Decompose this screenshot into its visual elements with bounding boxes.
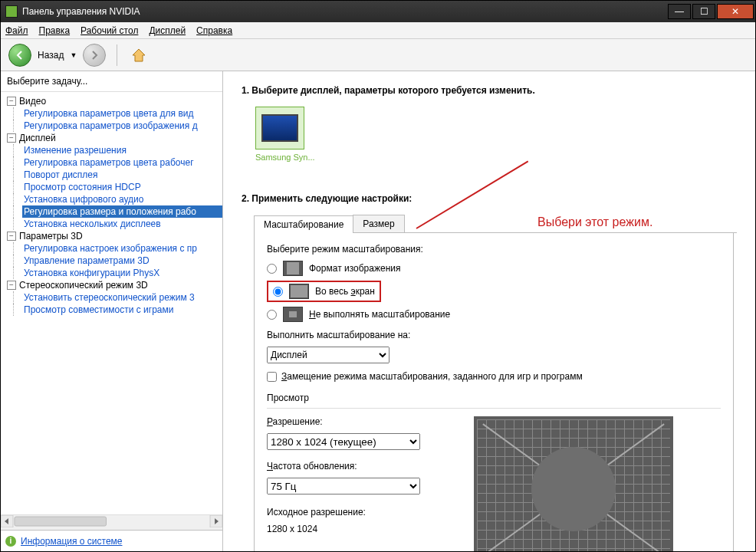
tree-item[interactable]: Просмотр состояния HDCP <box>22 181 222 193</box>
tree-item[interactable]: Регулировка настроек изображения с пр <box>22 242 222 255</box>
task-title: Выберите задачу... <box>1 71 222 92</box>
tree-group-3d[interactable]: −Параметры 3D <box>5 230 222 242</box>
horizontal-scrollbar[interactable] <box>1 514 222 530</box>
radio-aspect[interactable] <box>267 264 277 274</box>
task-tree: −Видео Регулировка параметров цвета для … <box>1 92 222 514</box>
tree-group-video[interactable]: −Видео <box>5 95 222 107</box>
scaling-mode-label: Выберите режим масштабирования: <box>267 244 721 255</box>
radio-full-label: Во весь экран <box>315 286 375 297</box>
close-button[interactable]: ✕ <box>717 4 754 19</box>
system-info-link[interactable]: Информация о системе <box>21 536 122 547</box>
tree-group-stereo[interactable]: −Стереоскопический режим 3D <box>5 279 222 291</box>
tab-strip: Масштабирование Размер <box>254 215 737 233</box>
content-pane: 1. Выберите дисплей, параметры которого … <box>223 71 755 551</box>
tree-item[interactable]: Установка нескольких дисплеев <box>22 218 222 230</box>
scaling-aspect-icon <box>283 261 303 276</box>
minimize-button[interactable]: — <box>668 4 691 19</box>
display-selector[interactable]: Samsung Syn... <box>255 107 315 162</box>
resolution-select[interactable]: 1280 x 1024 (текущее) <box>267 433 420 450</box>
radio-none-row: Не выполнять масштабирование <box>267 307 721 322</box>
tree-item[interactable]: Просмотр совместимости с играми <box>22 304 222 316</box>
tree-item-selected[interactable]: Регулировка размера и положения рабо <box>22 205 222 218</box>
menubar: Файл Правка Рабочий стол Дисплей Справка <box>1 22 755 39</box>
native-value: 1280 x 1024 <box>267 524 443 534</box>
tree-item[interactable]: Установка цифрового аудио <box>22 193 222 205</box>
maximize-button[interactable]: ☐ <box>692 4 715 19</box>
native-label: Исходное разрешение: <box>267 507 443 518</box>
tree-item[interactable]: Изменение разрешения <box>22 144 222 156</box>
toolbar: Назад ▼ <box>1 39 755 71</box>
info-icon: i <box>5 536 16 547</box>
scale-on-label: Выполнить масштабирование на: <box>267 330 721 340</box>
tab-size[interactable]: Размер <box>353 215 404 232</box>
forward-button[interactable] <box>83 44 106 67</box>
home-button[interactable] <box>128 44 150 66</box>
override-label: Замещение режима масштабирования, заданн… <box>281 371 583 382</box>
scale-on-select[interactable]: Дисплей <box>267 347 390 363</box>
menu-desktop[interactable]: Рабочий стол <box>81 25 138 36</box>
preview-pane <box>474 416 673 551</box>
refresh-select[interactable]: 75 Гц <box>267 478 420 495</box>
app-window: Панель управления NVIDIA — ☐ ✕ Файл Прав… <box>0 0 756 552</box>
resolution-label: Разрешение: <box>267 416 443 427</box>
menu-edit[interactable]: Правка <box>39 25 71 36</box>
nvidia-icon <box>5 5 18 18</box>
radio-none[interactable] <box>267 310 277 320</box>
tree-item[interactable]: Установить стереоскопический режим 3 <box>22 291 222 304</box>
tree-item[interactable]: Поворот дисплея <box>22 169 222 181</box>
back-dropdown[interactable]: ▼ <box>70 51 77 59</box>
scaling-none-icon <box>283 307 303 322</box>
radio-none-label: Не выполнять масштабирование <box>309 309 450 320</box>
monitor-label: Samsung Syn... <box>255 153 315 162</box>
svg-rect-2 <box>15 517 107 526</box>
override-checkbox[interactable] <box>267 372 277 382</box>
titlebar: Панель управления NVIDIA — ☐ ✕ <box>1 1 755 22</box>
window-title: Панель управления NVIDIA <box>22 6 140 17</box>
radio-aspect-row: Формат изображения <box>267 261 721 276</box>
radio-full-row: Во весь экран <box>267 281 721 302</box>
scaling-full-icon <box>289 284 309 299</box>
tab-body-scaling: Выберите режим масштабирования: Формат и… <box>254 233 734 551</box>
step2-title: 2. Применить следующие настройки: <box>242 193 737 204</box>
menu-display[interactable]: Дисплей <box>149 25 186 36</box>
radio-aspect-label: Формат изображения <box>309 263 400 274</box>
refresh-label: Частота обновления: <box>267 461 443 472</box>
menu-help[interactable]: Справка <box>196 25 232 36</box>
sidebar: Выберите задачу... −Видео Регулировка па… <box>1 71 223 551</box>
tree-item[interactable]: Управление параметрами 3D <box>22 255 222 267</box>
menu-file[interactable]: Файл <box>5 25 28 36</box>
annotation-highlight-box: Во весь экран <box>267 281 381 302</box>
back-button[interactable] <box>8 44 31 67</box>
monitor-icon <box>255 107 304 150</box>
preview-label: Просмотр <box>267 393 721 403</box>
tree-item[interactable]: Регулировка параметров изображения д <box>22 120 222 132</box>
tree-item[interactable]: Установка конфигурации PhysX <box>22 267 222 279</box>
tree-item[interactable]: Регулировка параметров цвета рабочег <box>22 156 222 169</box>
back-label: Назад <box>38 50 64 61</box>
tree-item[interactable]: Регулировка параметров цвета для вид <box>22 107 222 120</box>
radio-full[interactable] <box>273 287 283 297</box>
system-info-bar: i Информация о системе <box>1 530 222 551</box>
tree-group-display[interactable]: −Дисплей <box>5 132 222 144</box>
tab-scaling[interactable]: Масштабирование <box>254 215 353 233</box>
annotation-text: Выбери этот режим. <box>537 215 652 229</box>
step1-title: 1. Выберите дисплей, параметры которого … <box>242 85 737 96</box>
